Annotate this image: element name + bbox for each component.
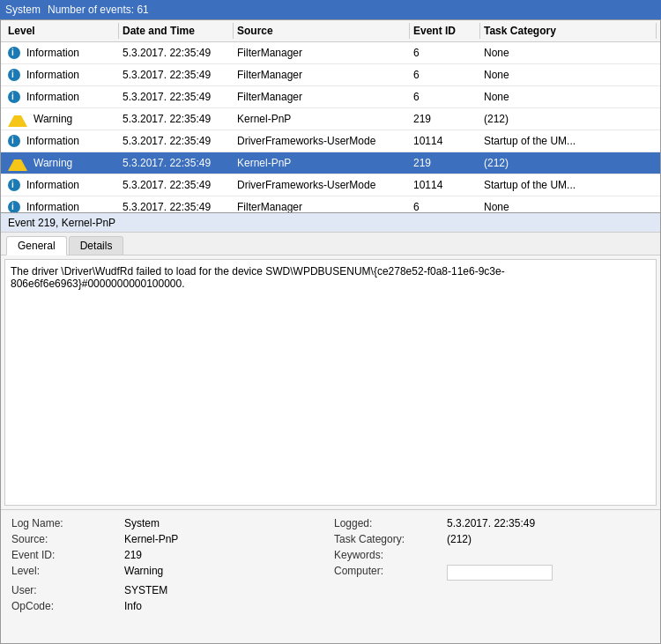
tab-general[interactable]: General xyxy=(6,236,67,255)
taskcategory-cell: (212) xyxy=(480,109,657,129)
datetime-cell: 5.3.2017. 22:35:49 xyxy=(119,43,234,63)
info-icon: i xyxy=(8,91,20,103)
event-id-label: Event ID: xyxy=(11,549,117,561)
event-detail-panel: Event 219, Kernel-PnP General Details Th… xyxy=(0,213,661,644)
table-header: Level Date and Time Source Event ID Task… xyxy=(1,20,660,42)
eventid-cell: 6 xyxy=(410,43,480,63)
table-row[interactable]: iInformation5.3.2017. 22:35:49DriverFram… xyxy=(1,174,660,196)
level-label: Level: xyxy=(11,565,117,581)
eventid-cell: 219 xyxy=(410,109,480,129)
col-eventid: Event ID xyxy=(410,23,480,39)
source-cell: FilterManager xyxy=(234,197,410,212)
level-text: Information xyxy=(23,67,83,83)
table-row[interactable]: iInformation5.3.2017. 22:35:49FilterMana… xyxy=(1,64,660,86)
taskcategory-cell: Startup of the UM... xyxy=(480,175,657,195)
event-details-table: Log Name: System Logged: 5.3.2017. 22:35… xyxy=(1,509,660,619)
eventid-cell: 10114 xyxy=(410,175,480,195)
info-icon: i xyxy=(8,201,20,212)
level-text: Warning xyxy=(30,111,76,127)
computer-value-input[interactable] xyxy=(447,565,553,581)
logged-label: Logged: xyxy=(334,517,440,529)
eventid-cell: 6 xyxy=(410,65,480,85)
event-title-text: Event 219, Kernel-PnP xyxy=(8,217,115,229)
source-cell: Kernel-PnP xyxy=(234,153,410,173)
tab-details[interactable]: Details xyxy=(69,236,124,255)
task-category-label: Task Category: xyxy=(334,533,440,545)
col-datetime: Date and Time xyxy=(119,23,234,39)
app-title: System xyxy=(5,4,41,16)
level-text: Information xyxy=(23,89,83,105)
col-level: Level xyxy=(4,23,119,39)
event-message-text: The driver \Driver\WudfRd failed to load… xyxy=(11,265,505,290)
info-icon: i xyxy=(8,47,20,59)
warning-icon xyxy=(8,156,27,171)
event-list-panel: Level Date and Time Source Event ID Task… xyxy=(0,19,661,213)
info-icon: i xyxy=(8,69,20,81)
taskcategory-cell: None xyxy=(480,65,657,85)
datetime-cell: 5.3.2017. 22:35:49 xyxy=(119,109,234,129)
event-detail-title: Event 219, Kernel-PnP xyxy=(1,213,660,233)
table-row[interactable]: Warning5.3.2017. 22:35:49Kernel-PnP219(2… xyxy=(1,108,660,130)
col-taskcategory: Task Category xyxy=(480,23,657,39)
source-cell: DriverFrameworks-UserMode xyxy=(234,131,410,151)
taskcategory-cell: None xyxy=(480,197,657,212)
taskcategory-cell: None xyxy=(480,43,657,63)
task-category-value: (212) xyxy=(447,533,650,545)
warning-icon xyxy=(8,112,27,127)
computer-label: Computer: xyxy=(334,565,440,581)
table-row[interactable]: iInformation5.3.2017. 22:35:49FilterMana… xyxy=(1,42,660,64)
eventid-cell: 10114 xyxy=(410,131,480,151)
log-name-value: System xyxy=(124,517,327,529)
datetime-cell: 5.3.2017. 22:35:49 xyxy=(119,65,234,85)
eventid-cell: 6 xyxy=(410,87,480,107)
level-text: Warning xyxy=(30,155,76,171)
tabs-bar: General Details xyxy=(1,233,660,255)
opcode-label: OpCode: xyxy=(11,600,117,612)
taskcategory-cell: Startup of the UM... xyxy=(480,131,657,151)
level-text: Information xyxy=(23,45,83,61)
table-row[interactable]: Warning5.3.2017. 22:35:49Kernel-PnP219(2… xyxy=(1,152,660,174)
table-row[interactable]: iInformation5.3.2017. 22:35:49FilterMana… xyxy=(1,196,660,212)
datetime-cell: 5.3.2017. 22:35:49 xyxy=(119,131,234,151)
eventid-cell: 6 xyxy=(410,197,480,212)
info-icon: i xyxy=(8,179,20,191)
datetime-cell: 5.3.2017. 22:35:49 xyxy=(119,153,234,173)
keywords-label: Keywords: xyxy=(334,549,440,561)
level-text: Information xyxy=(23,199,83,212)
info-icon: i xyxy=(8,135,20,147)
datetime-cell: 5.3.2017. 22:35:49 xyxy=(119,175,234,195)
taskcategory-cell: None xyxy=(480,87,657,107)
taskcategory-cell: (212) xyxy=(480,153,657,173)
table-row[interactable]: iInformation5.3.2017. 22:35:49FilterMana… xyxy=(1,86,660,108)
keywords-value xyxy=(447,549,650,561)
source-cell: FilterManager xyxy=(234,65,410,85)
event-id-value: 219 xyxy=(124,549,327,561)
col-source: Source xyxy=(234,23,410,39)
table-body[interactable]: iInformation5.3.2017. 22:35:49FilterMana… xyxy=(1,42,660,212)
level-text: Information xyxy=(23,133,83,149)
event-message-area: The driver \Driver\WudfRd failed to load… xyxy=(4,259,657,506)
source-label: Source: xyxy=(11,533,117,545)
source-cell: DriverFrameworks-UserMode xyxy=(234,175,410,195)
table-row[interactable]: iInformation5.3.2017. 22:35:49DriverFram… xyxy=(1,130,660,152)
user-value: SYSTEM xyxy=(124,584,327,596)
logged-value: 5.3.2017. 22:35:49 xyxy=(447,517,650,529)
source-cell: FilterManager xyxy=(234,87,410,107)
user-label: User: xyxy=(11,584,117,596)
level-value: Warning xyxy=(124,565,327,581)
opcode-value: Info xyxy=(124,600,327,612)
datetime-cell: 5.3.2017. 22:35:49 xyxy=(119,87,234,107)
log-name-label: Log Name: xyxy=(11,517,117,529)
title-bar: System Number of events: 61 xyxy=(0,0,661,19)
source-cell: FilterManager xyxy=(234,43,410,63)
source-value: Kernel-PnP xyxy=(124,533,327,545)
event-count: Number of events: 61 xyxy=(48,4,149,16)
source-cell: Kernel-PnP xyxy=(234,109,410,129)
level-text: Information xyxy=(23,177,83,193)
datetime-cell: 5.3.2017. 22:35:49 xyxy=(119,197,234,212)
main-container: System Number of events: 61 Level Date a… xyxy=(0,0,661,644)
eventid-cell: 219 xyxy=(410,153,480,173)
